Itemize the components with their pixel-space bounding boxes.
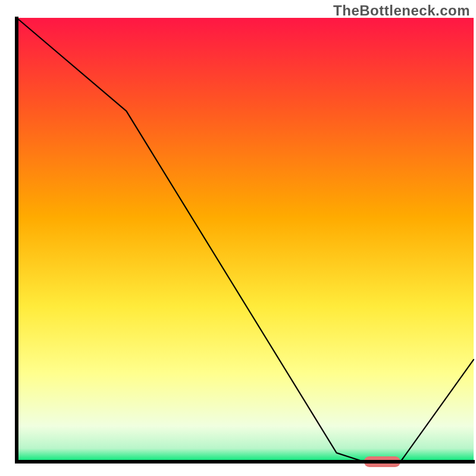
chart-background: [17, 18, 474, 462]
chart-container: TheBottleneck.com: [0, 0, 476, 476]
watermark-text: TheBottleneck.com: [333, 2, 470, 19]
chart-svg: [0, 0, 476, 476]
